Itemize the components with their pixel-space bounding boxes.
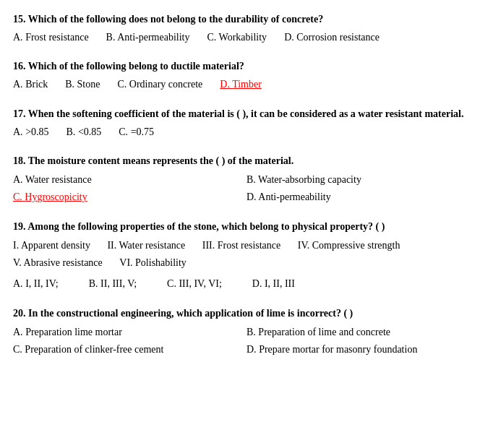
q19-prop-vi: VI. Polishability	[119, 257, 187, 268]
q18-option-b: B. Water-absorbing capacity	[246, 171, 463, 189]
q19-answers: A. I, II, IV; B. II, III, V; C. III, IV,…	[13, 275, 480, 293]
q18-option-a: A. Water resistance	[13, 171, 229, 189]
question-19: 19. Among the following properties of th…	[13, 219, 480, 293]
q17-options: A. >0.85 B. <0.85 C. =0.75	[13, 124, 480, 140]
q17-option-c: C. =0.75	[119, 124, 154, 140]
question-20: 20. In the constructional engineering, w…	[13, 306, 480, 358]
q19-prop-i: I. Apparent density	[13, 240, 93, 251]
q20-option-d: D. Prepare mortar for masonry foundation	[246, 341, 463, 358]
q16-option-d: D. Timber	[220, 77, 262, 92]
q17-text: 17. When the softening coefficient of th…	[13, 106, 480, 121]
q19-prop-iii: III. Frost resistance	[202, 240, 283, 251]
q19-ans-b: B. II, III, V;	[89, 275, 137, 293]
q15-text: 15. Which of the following does not belo…	[13, 12, 480, 27]
q16-option-a: A. Brick	[13, 77, 48, 92]
q16-option-c: C. Ordinary concrete	[117, 77, 202, 92]
q19-ans-c: C. III, IV, VI;	[167, 275, 222, 293]
q19-prop-ii: II. Water resistance	[107, 240, 187, 251]
q19-ans-a: A. I, II, IV;	[13, 275, 59, 293]
question-16: 16. Which of the following belong to duc…	[13, 59, 480, 92]
q17-option-b: B. <0.85	[67, 124, 102, 140]
q20-option-a: A. Preparation lime mortar	[13, 324, 229, 341]
q19-prop-iv: IV. Compressive strength	[298, 240, 400, 251]
q15-option-a: A. Frost resistance	[13, 30, 89, 46]
q15-options: A. Frost resistance B. Anti-permeability…	[13, 30, 480, 46]
q19-prop-v: V. Abrasive resistance	[13, 257, 105, 268]
q20-text: 20. In the constructional engineering, w…	[13, 306, 480, 321]
q20-option-c: C. Preparation of clinker-free cement	[13, 341, 229, 358]
q18-option-d: D. Anti-permeability	[246, 189, 463, 206]
q15-option-c: C. Workability	[207, 30, 267, 46]
q20-options: A. Preparation lime mortar B. Preparatio…	[13, 324, 480, 358]
question-18: 18. The moisture content means represent…	[13, 153, 480, 206]
question-17: 17. When the softening coefficient of th…	[13, 106, 480, 140]
q16-text: 16. Which of the following belong to duc…	[13, 59, 480, 74]
q17-option-a: A. >0.85	[13, 124, 49, 140]
q18-option-c: C. Hygroscopicity	[13, 189, 229, 206]
q16-option-b: B. Stone	[65, 77, 100, 92]
q15-option-d: D. Corrosion resistance	[284, 30, 380, 46]
q18-options: A. Water resistance B. Water-absorbing c…	[13, 171, 480, 206]
q16-options: A. Brick B. Stone C. Ordinary concrete D…	[13, 77, 480, 92]
q19-ans-d: D. I, II, III	[252, 275, 295, 293]
q18-text: 18. The moisture content means represent…	[13, 153, 480, 168]
q15-option-b: B. Anti-permeability	[106, 30, 190, 46]
question-15: 15. Which of the following does not belo…	[13, 12, 480, 46]
q19-text: 19. Among the following properties of th…	[13, 219, 480, 234]
q19-properties: I. Apparent density II. Water resistance…	[13, 237, 480, 272]
q20-option-b: B. Preparation of lime and concrete	[246, 324, 463, 341]
